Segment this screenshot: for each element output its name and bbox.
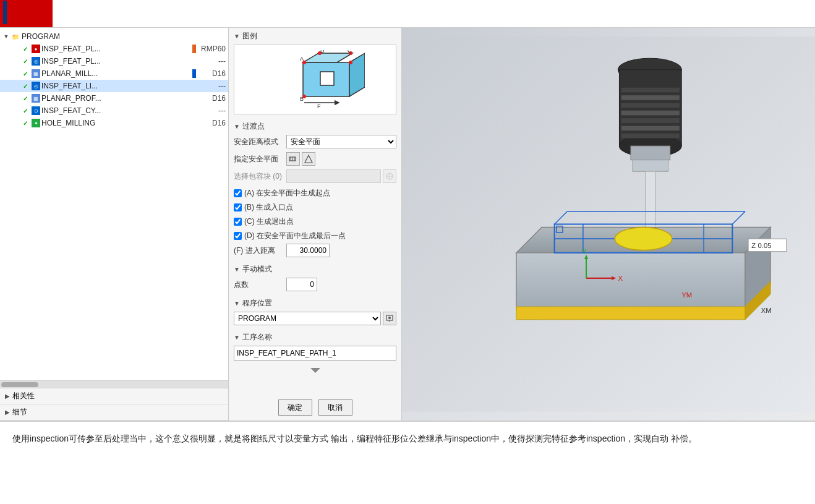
prog-select-icon[interactable] (383, 312, 396, 325)
cancel-button[interactable]: 取消 (318, 399, 352, 416)
point-count-row: 点数 (229, 278, 401, 291)
tree-scrollbar[interactable] (0, 380, 228, 388)
prog-select-wrap: PROGRAM (229, 312, 401, 325)
manual-arrow-icon: ▼ (234, 266, 240, 273)
chk-c-label: (C) 生成退出点 (244, 216, 294, 227)
check-icon-insp-li: ✓ (20, 81, 30, 91)
expand-arrow-mill (12, 70, 20, 77)
svg-text:YM: YM (681, 291, 692, 299)
point-count-input[interactable] (286, 278, 317, 291)
approach-dist-row: (F) 进入距离 (229, 244, 401, 257)
diagram-arrow-icon: ▼ (234, 33, 240, 40)
op-name-header: ▼ 工序名称 (229, 329, 401, 346)
tree-item-insp-li[interactable]: ✓ ◎ INSP_FEAT_LI... --- (0, 80, 228, 92)
related-arrow-icon: ▶ (5, 393, 10, 399)
svg-text:C: C (348, 50, 352, 54)
manual-label: 手动模式 (242, 264, 272, 275)
tree-value-insp2: --- (201, 57, 226, 66)
diagram-box: A D C B F (234, 45, 396, 114)
chk-b-row: (B) 生成入口点 (229, 201, 401, 214)
tree-item-program[interactable]: ▼ 📁 PROGRAM (0, 30, 228, 43)
approach-dist-input[interactable] (286, 244, 330, 257)
tree-label-program: PROGRAM (22, 32, 198, 41)
op-name-wrap (229, 346, 401, 364)
specify-plane-row: 指定安全平面 (229, 152, 401, 166)
wrap-target-icon (383, 169, 396, 183)
detail-panel-header[interactable]: ▶ 细节 (0, 404, 228, 421)
svg-text:A: A (300, 56, 304, 62)
expand-arrow-hole (12, 119, 20, 127)
tree-item-mill[interactable]: ✓ ▦ PLANAR_MILL... D16 (0, 67, 228, 80)
check-icon-insp2: ✓ (20, 56, 30, 66)
tree-item-insp1[interactable]: ✓ ● INSP_FEAT_PL... RMP60 (0, 43, 228, 55)
svg-point-24 (388, 317, 391, 319)
insp-icon-li: ◎ (32, 82, 40, 90)
left-panel: ▼ 📁 PROGRAM ✓ ● INSP_FEAT_PL... RMP60 ✓ … (0, 28, 229, 421)
tree-value-insp-li: --- (201, 82, 226, 90)
tree-label-prof: PLANAR_PROF... (41, 94, 198, 103)
insp-icon-cy: ⊙ (32, 106, 40, 115)
tree-label-hole: HOLE_MILLING (41, 119, 198, 127)
tree-value-insp-cy: --- (201, 106, 226, 115)
program-select[interactable]: PROGRAM (234, 312, 381, 325)
svg-rect-32 (621, 103, 680, 108)
prog-pos-arrow-icon: ▼ (234, 300, 240, 307)
tree-label-insp2: INSP_FEAT_PL... (41, 57, 198, 66)
plane-icon-btn1[interactable] (286, 152, 300, 166)
chk-b-label: (B) 生成入口点 (244, 202, 293, 213)
svg-text:D: D (320, 50, 325, 54)
svg-rect-3 (320, 72, 334, 85)
main-layout: ▼ 📁 PROGRAM ✓ ● INSP_FEAT_PL... RMP60 ✓ … (0, 28, 815, 421)
scrollbar-thumb[interactable] (1, 382, 38, 387)
menu-bar (53, 0, 815, 27)
prog-pos-label: 程序位置 (242, 298, 272, 309)
waypoints-label: 过渡点 (242, 121, 265, 132)
diagram-section-header: ▼ 图例 (229, 28, 401, 45)
viewport-3d[interactable]: X Y Z 0.05 YM XM (402, 28, 815, 421)
insp-icon-2: ◎ (32, 57, 40, 66)
middle-panel: ▼ 图例 A D C (229, 28, 402, 421)
tree-label-insp-li: INSP_FEAT_LI... (41, 82, 198, 90)
tree-item-prof[interactable]: ✓ ▦ PLANAR_PROF... D16 (0, 92, 228, 105)
description-text: 使用inspection可传参至后处理当中，这个意义很明显，就是将图纸尺寸以变量… (12, 432, 697, 446)
chk-d[interactable] (234, 232, 242, 240)
app-logo (0, 0, 53, 27)
insp-icon-1: ● (32, 45, 40, 53)
safety-mode-select[interactable]: 安全平面 自动平面 无 (286, 135, 396, 148)
svg-text:F: F (317, 103, 321, 109)
wrap-select-control (286, 169, 396, 183)
tree-value-mill: D16 (201, 69, 226, 78)
prog-pos-header: ▼ 程序位置 (229, 295, 401, 312)
chk-c[interactable] (234, 218, 242, 226)
related-panel-header[interactable]: ▶ 相关性 (0, 388, 228, 404)
check-icon-prof: ✓ (20, 93, 30, 103)
expand-arrow-prof (12, 95, 20, 102)
tree-item-insp2[interactable]: ✓ ◎ INSP_FEAT_PL... --- (0, 55, 228, 67)
safety-mode-label: 安全距离模式 (234, 137, 286, 147)
svg-rect-35 (621, 126, 680, 130)
scroll-indicator (229, 364, 401, 377)
chk-d-label: (D) 在安全平面中生成最后一点 (244, 231, 346, 241)
chk-a[interactable] (234, 189, 242, 197)
plane-icon-btn2[interactable] (302, 152, 315, 166)
point-count-control (286, 278, 396, 291)
chk-b[interactable] (234, 203, 242, 211)
description-panel: 使用inspection可传参至后处理当中，这个意义很明显，就是将图纸尺寸以变量… (0, 421, 815, 504)
svg-rect-38 (633, 160, 668, 171)
expand-arrow-insp1 (12, 45, 20, 53)
svg-point-53 (615, 228, 672, 250)
ok-button[interactable]: 确定 (278, 399, 312, 416)
svg-rect-33 (621, 111, 680, 116)
detail-label: 细节 (12, 407, 27, 417)
svg-text:XM: XM (761, 307, 772, 314)
op-name-arrow-icon: ▼ (234, 334, 240, 341)
op-name-input[interactable] (234, 346, 396, 361)
tree-item-insp-cy[interactable]: ✓ ⊙ INSP_FEAT_CY... --- (0, 105, 228, 117)
svg-text:Y: Y (582, 248, 587, 255)
approach-dist-control (286, 244, 396, 257)
tree-label-insp1: INSP_FEAT_PL... (41, 45, 192, 53)
tree-item-hole[interactable]: ✓ ✦ HOLE_MILLING D16 (0, 117, 228, 129)
prof-icon: ▦ (32, 94, 40, 103)
expand-arrow-program[interactable]: ▼ (2, 33, 10, 40)
check-icon-insp1: ✓ (20, 44, 30, 54)
